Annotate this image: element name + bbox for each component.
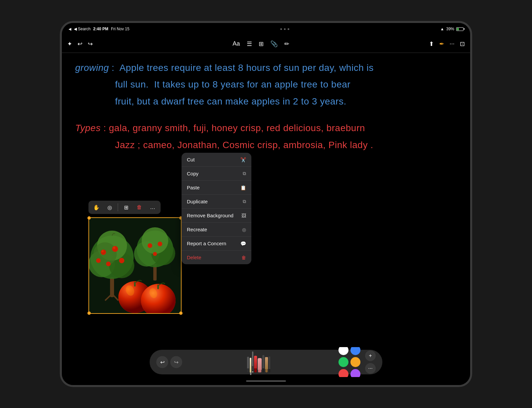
status-bar: ◀ ◀ Search 2:40 PM Fri Nov 15 ▲ 39%: [62, 23, 470, 35]
time-display: 2:40 PM: [93, 27, 108, 31]
copy-icon: ⧉: [243, 171, 246, 176]
pen-body: [247, 357, 249, 368]
duplicate-label: Duplicate: [187, 199, 208, 204]
undo-icon[interactable]: ↩: [77, 40, 82, 48]
drawing-pill: ↩ ↩: [150, 350, 382, 374]
calligraphy-pen-tool[interactable]: [247, 357, 249, 372]
back-arrow-icon: ◀: [68, 27, 71, 31]
toolbar-divider: [118, 203, 118, 211]
dark-pen-2-tool[interactable]: [269, 356, 270, 372]
menu-item-report[interactable]: Report a Concern 💬: [182, 237, 251, 251]
date-display: Fri Nov 15: [111, 27, 129, 31]
table-icon[interactable]: ⊞: [259, 40, 264, 48]
menu-item-cut[interactable]: Cut ✂️: [182, 153, 251, 167]
pen-nib: [269, 369, 270, 372]
copy-label: Copy: [187, 171, 199, 176]
red-marker-tool[interactable]: [254, 356, 257, 372]
pen-body: [250, 358, 251, 372]
pen-body: [258, 358, 262, 370]
types-section: Types : gala, granny smith, fuji, honey …: [75, 120, 457, 153]
pen-nib: [263, 368, 264, 372]
draw-icon[interactable]: ✏: [284, 40, 289, 48]
pen-nib: [250, 372, 251, 375]
growing-label: growing: [75, 63, 109, 73]
compose-icon[interactable]: ⊡: [460, 40, 465, 48]
eraser-tool[interactable]: [258, 358, 262, 372]
cut-icon: ✂️: [240, 157, 246, 162]
paste-label: Paste: [187, 185, 200, 190]
attachment-icon[interactable]: 📎: [270, 40, 278, 48]
move-btn[interactable]: ✋: [91, 202, 102, 213]
pen-tools: [184, 350, 333, 374]
pen-nib: [247, 368, 249, 372]
pen-nib: [254, 368, 257, 372]
recreate-label: Recreate: [187, 227, 207, 232]
toolbar-left: ✦ ↩ ↪: [67, 40, 93, 48]
thin-pen-tool[interactable]: [252, 351, 253, 372]
ipad-frame: ◀ ◀ Search 2:40 PM Fri Nov 15 ▲ 39% ✦ ↩ …: [60, 21, 472, 387]
text-format-icon[interactable]: Aa: [232, 40, 240, 47]
image-container[interactable]: ✋ ◎ ⊞ 🗑 …: [88, 217, 182, 314]
drawing-toolbar: ↩ ↩: [62, 347, 470, 377]
handle-bottom-right[interactable]: [179, 311, 183, 315]
delete-menu-icon: 🗑: [241, 255, 246, 260]
color-yellow[interactable]: [350, 357, 360, 367]
remove-bg-icon: 🖼: [241, 213, 246, 218]
battery-percent: 39%: [446, 27, 454, 31]
status-right: ▲ 39%: [440, 27, 464, 31]
back-label[interactable]: ◀ Search: [74, 27, 90, 31]
delete-label: Delete: [187, 255, 201, 260]
wifi-icon: ▲: [440, 27, 444, 31]
menu-item-paste[interactable]: Paste 📋: [182, 181, 251, 195]
battery-icon: [456, 27, 464, 31]
add-color-btn[interactable]: +: [365, 350, 376, 361]
pen-body: [265, 357, 268, 369]
color-green[interactable]: [338, 357, 348, 367]
share-icon[interactable]: ⬆: [429, 40, 434, 48]
pen-body: [254, 356, 257, 368]
menu-item-duplicate[interactable]: Duplicate ⧉: [182, 195, 251, 209]
note-line-2: full sun. It takes up to 8 years for an …: [75, 76, 457, 93]
drawing-redo-btn[interactable]: ↩: [170, 356, 182, 368]
redo-icon[interactable]: ↪: [88, 40, 93, 48]
toolbar-center: Aa ☰ ⊞ 📎 ✏: [97, 40, 425, 48]
delete-btn[interactable]: 🗑: [134, 202, 145, 213]
cut-label: Cut: [187, 157, 195, 162]
pen-body: [269, 356, 270, 369]
paste-icon: 📋: [240, 185, 246, 190]
list-icon[interactable]: ☰: [247, 40, 252, 48]
home-bar[interactable]: [246, 380, 286, 382]
recreate-icon: ◎: [242, 227, 246, 232]
duplicate-icon: ⧉: [243, 199, 246, 204]
drawing-undo-btn[interactable]: ↩: [156, 356, 168, 368]
remove-bg-label: Remove Background: [187, 213, 233, 218]
report-label: Report a Concern: [187, 241, 226, 246]
fill-pen-tool[interactable]: [265, 357, 268, 372]
pencil-tool[interactable]: [250, 358, 251, 375]
context-menu: Cut ✂️ Copy ⧉ Paste 📋 Duplicate ⧉ Remove…: [182, 153, 251, 264]
note-line-1: growing : Apple trees require at least 8…: [75, 60, 457, 76]
duplicate-btn[interactable]: ⊞: [121, 202, 131, 213]
menu-item-remove-background[interactable]: Remove Background 🖼: [182, 209, 251, 223]
note-content: growing : Apple trees require at least 8…: [75, 60, 457, 163]
menu-item-recreate[interactable]: Recreate ◎: [182, 223, 251, 237]
selection-border: [88, 217, 182, 314]
more-options-btn[interactable]: …: [147, 202, 158, 213]
handle-top-left[interactable]: [87, 216, 91, 220]
image-float-toolbar: ✋ ◎ ⊞ 🗑 …: [88, 201, 161, 214]
handle-bottom-left[interactable]: [87, 311, 91, 315]
settings-btn[interactable]: ◎: [104, 202, 115, 213]
lasso-icon[interactable]: ✦: [67, 40, 72, 48]
menu-item-delete[interactable]: Delete 🗑: [182, 251, 251, 264]
pen-tip-icon[interactable]: ✒: [439, 40, 444, 48]
battery-fill: [457, 28, 459, 30]
menu-item-copy[interactable]: Copy ⧉: [182, 167, 251, 181]
pen-body: [262, 355, 264, 368]
pen-body: [252, 351, 253, 366]
dark-pen-1-tool[interactable]: [262, 355, 264, 372]
home-indicator: [62, 377, 470, 385]
note-area: growing : Apple trees require at least 8…: [62, 53, 470, 347]
toolbar-extra: + ···: [365, 350, 376, 374]
more-tools-btn[interactable]: ···: [365, 363, 376, 374]
more-icon[interactable]: ···: [450, 40, 455, 47]
